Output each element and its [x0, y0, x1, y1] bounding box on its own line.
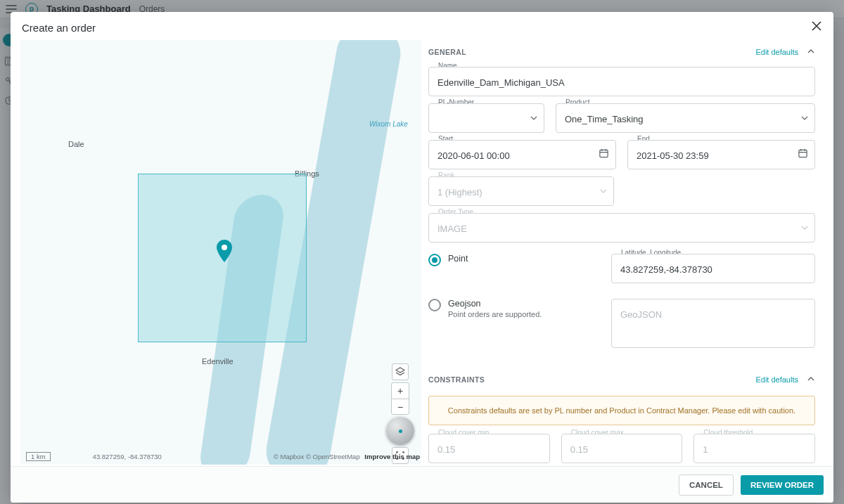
svg-point-4 — [222, 245, 227, 250]
form-pane: GENERAL Edit defaults Name Edenville_Dam… — [428, 40, 824, 465]
geojson-radio[interactable] — [428, 299, 441, 311]
edit-defaults-constraints-link[interactable]: Edit defaults — [755, 375, 798, 384]
start-field[interactable]: Start 2020-06-01 00:00 — [428, 140, 616, 169]
cloudcover-min-input: 0.15 — [428, 434, 550, 463]
map-pane[interactable]: Wixom Lake Dale Billings Edenville + − — [20, 40, 421, 465]
edit-defaults-general-link[interactable]: Edit defaults — [755, 48, 798, 56]
ordertype-field: Order Type IMAGE — [428, 213, 815, 243]
map-label-dale: Dale — [68, 140, 84, 148]
geojson-label: Geojson — [448, 299, 542, 309]
close-icon[interactable] — [811, 20, 822, 34]
modal-title: Create an order — [22, 22, 96, 34]
map-pin-icon[interactable] — [216, 240, 233, 265]
svg-rect-5 — [600, 150, 608, 157]
end-field[interactable]: End 2021-05-30 23:59 — [627, 140, 815, 169]
latlon-input[interactable]: 43.827259,-84.378730 — [611, 254, 815, 283]
section-constraints-title: CONSTRAINTS — [428, 375, 485, 384]
cloudcover-max-input: 0.15 — [561, 434, 683, 463]
section-general-header: GENERAL Edit defaults — [428, 40, 815, 60]
calendar-icon[interactable] — [599, 148, 609, 162]
improve-map-link[interactable]: Improve this map — [364, 453, 420, 460]
name-input[interactable]: Edenville_Dam_Michigan_USA — [428, 67, 815, 96]
map-scale: 1 km — [26, 452, 51, 461]
map-attribution: © Mapbox © OpenStreetMap Improve this ma… — [274, 453, 420, 460]
create-order-modal: Create an order Wixom Lake Dale Billings… — [11, 12, 833, 503]
rank-field: Rank 1 (Highest) — [428, 176, 614, 206]
calendar-icon[interactable] — [798, 148, 808, 162]
map-footer: 1 km 43.827259, -84.378730 © Mapbox © Op… — [26, 451, 420, 462]
section-general-title: GENERAL — [428, 48, 466, 56]
layers-button[interactable] — [392, 363, 409, 380]
map-coords: 43.827259, -84.378730 — [93, 453, 162, 460]
globe-control[interactable] — [386, 417, 414, 445]
modal-footer: CANCEL REVIEW ORDER — [11, 466, 833, 503]
constraints-warning: Constraints defaults are set by PL numbe… — [428, 396, 815, 425]
point-radio[interactable] — [428, 254, 441, 266]
zoom-group: + − — [391, 382, 409, 415]
geojson-textarea: GeoJSON — [611, 299, 815, 348]
product-select[interactable]: One_Time_Tasking — [556, 103, 815, 133]
map-label-edenville: Edenville — [202, 357, 234, 366]
chevron-up-icon[interactable] — [807, 373, 815, 386]
zoom-in-button[interactable]: + — [392, 383, 409, 399]
section-constraints-header: CONSTRAINTS Edit defaults — [428, 368, 815, 387]
cloudthreshold-input: 1 — [693, 434, 815, 463]
name-field[interactable]: Name Edenville_Dam_Michigan_USA — [428, 67, 815, 96]
review-order-button[interactable]: REVIEW ORDER — [741, 475, 824, 495]
point-label: Point — [448, 254, 468, 264]
cancel-button[interactable]: CANCEL — [679, 474, 734, 496]
svg-rect-6 — [799, 150, 807, 157]
modal-header: Create an order — [11, 12, 833, 40]
chevron-up-icon[interactable] — [807, 46, 815, 58]
map-label-lake: Wixom Lake — [369, 120, 408, 128]
zoom-out-button[interactable]: − — [392, 399, 409, 414]
cloudcover-max-field: Cloud cover max 0.15 — [561, 434, 683, 463]
geojson-note: Point orders are supported. — [448, 310, 542, 318]
geojson-field: GeoJSON — [611, 299, 815, 348]
start-input[interactable]: 2020-06-01 00:00 — [428, 140, 616, 169]
cloudthreshold-field: Cloud threshold 1 — [693, 434, 815, 463]
end-input[interactable]: 2021-05-30 23:59 — [627, 140, 815, 169]
rank-select: 1 (Highest) — [428, 176, 614, 206]
latlon-field[interactable]: Latitude, Longitude 43.827259,-84.378730 — [611, 254, 815, 283]
ordertype-select: IMAGE — [428, 213, 815, 243]
cloudcover-min-field: Cloud cover min 0.15 — [428, 434, 550, 463]
product-field[interactable]: Product One_Time_Tasking — [556, 103, 815, 133]
plnumber-field[interactable]: PL-Number — [428, 103, 544, 133]
plnumber-select[interactable] — [428, 103, 544, 133]
